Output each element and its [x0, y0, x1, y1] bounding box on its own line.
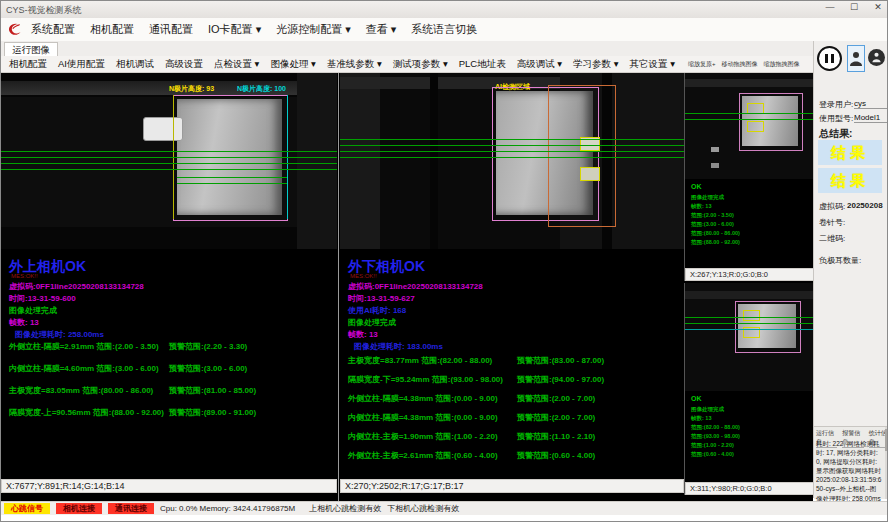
- heartbeat-upper-text: 上相机心跳检测有效: [309, 503, 381, 514]
- rv-info-line: 范围:(1.00 - 2.20): [691, 442, 734, 449]
- view-option-zoom-reset[interactable]: 缩放复原+: [688, 60, 716, 69]
- camera-info-outer-lower: 外下相机OK MES:OK!! 虚拟码:0FF1line202502081331…: [340, 249, 684, 479]
- measurement-warn-range: 预警范围:(2.00 - 7.00): [517, 393, 595, 404]
- login-user-value[interactable]: cys: [854, 99, 888, 109]
- comm-link-badge: 通讯连接: [108, 503, 154, 514]
- menu-item-comm-config[interactable]: 通讯配置: [149, 22, 193, 37]
- pixel-coordinate-bar-middle: X:270;Y:2502;R:17;G:17;B:17: [340, 479, 684, 493]
- view-option-pan-image[interactable]: 移动拖拽图像: [722, 60, 758, 69]
- login-user-button[interactable]: [847, 45, 865, 72]
- camera-image-outer-upper[interactable]: N极片高度: 93 N极片高度: 100: [1, 73, 337, 249]
- measurement-value: 外侧立柱-主极=2.61mm 范围:(0.60 - 4.00): [348, 450, 498, 461]
- guide-line: [685, 323, 814, 324]
- camera-image-inner-upper[interactable]: [685, 73, 814, 179]
- measurement-warn-range: 预警范围:(2.20 - 3.30): [169, 341, 247, 352]
- menu-item-view[interactable]: 查看 ▾: [366, 22, 397, 37]
- measurement-row: 隔膜宽度-上=90.56mm 范围:(88.00 - 92.00) 预警范围:(…: [1, 407, 337, 417]
- overlay-label-height-a: N极片高度: 93: [169, 84, 214, 94]
- menu-bar: 系统配置 相机配置 通讯配置 IO卡配置 ▾ 光源控制配置 ▾ 查看 ▾ 系统语…: [1, 18, 888, 42]
- process-done-text: 图像处理完成: [348, 317, 396, 328]
- measurement-value: 外侧立柱-隔膜=4.38mm 范围:(0.00 - 9.00): [348, 393, 498, 404]
- toolbar-baseline-params[interactable]: 基准线参数 ▾: [327, 58, 382, 71]
- measurement-value: 主极宽度=83.05mm 范围:(80.00 - 86.00): [9, 385, 153, 396]
- tab-highlight: [747, 121, 764, 132]
- tab-highlight: [743, 310, 760, 321]
- toolbar-spot-check[interactable]: 点检设置 ▾: [214, 58, 259, 71]
- rv-info-line: 范围:(2.00 - 3.50): [691, 212, 734, 219]
- model-value[interactable]: Model1: [854, 113, 888, 123]
- result-box-lower: 结果: [818, 168, 882, 193]
- camera-image-outer-lower[interactable]: AI检测区域: [340, 73, 684, 249]
- login-user-label: 登录用户:: [819, 99, 853, 110]
- rv-info-line: 范围:(80.00 - 86.00): [691, 230, 740, 237]
- toolbar-camera-debug[interactable]: 相机调试: [116, 58, 154, 71]
- menu-item-system-config[interactable]: 系统配置: [31, 22, 75, 37]
- maximize-button[interactable]: ☐: [847, 2, 861, 12]
- rv-result-ok: OK: [691, 395, 702, 402]
- measurement-warn-range: 预警范围:(94.00 - 97.00): [517, 374, 604, 385]
- menu-item-light-config[interactable]: 光源控制配置 ▾: [276, 22, 351, 37]
- menu-item-camera-config[interactable]: 相机配置: [90, 22, 134, 37]
- virtual-code-value: 20250208: [847, 201, 883, 210]
- measurement-warn-range: 预警范围:(3.00 - 6.00): [169, 363, 247, 374]
- barcode-text: 虚拟码:0FF1line20250208133134728: [348, 281, 483, 292]
- toolbar-ai-config[interactable]: AI使用配置: [58, 58, 105, 71]
- minimize-button[interactable]: —: [823, 2, 837, 12]
- toolbar-learn-params[interactable]: 学习参数 ▾: [573, 58, 618, 71]
- ai-elapsed-text: 使用AI耗时: 168: [348, 305, 406, 316]
- menu-item-language-switch[interactable]: 系统语言切换: [411, 22, 477, 37]
- toolbar-camera-config[interactable]: 相机配置: [9, 58, 47, 71]
- camera-panel-outer-upper: N极片高度: 93 N极片高度: 100 外上相机OK MES:OK!!: [1, 73, 337, 501]
- rv-info-line: 范围:(93.00 - 98.00): [691, 433, 740, 440]
- machine-slot: [430, 73, 438, 249]
- pixel-coordinate-bar-left: X:7677;Y:891;R:14;G:14;B:14: [1, 479, 337, 493]
- guide-line: [1, 151, 337, 152]
- camera-panel-inner-lower: OK 图像处理完成 帧数: 13 范围:(82.00 - 88.00) 范围:(…: [684, 283, 813, 495]
- menu-item-io-config[interactable]: IO卡配置 ▾: [208, 22, 261, 37]
- tab-run-image[interactable]: 运行图像: [4, 42, 58, 56]
- user-gear-icon: [872, 52, 881, 63]
- toolbar-image-process[interactable]: 图像处理 ▾: [270, 58, 315, 71]
- pause-icon: [825, 54, 828, 63]
- measurement-warn-range: 预警范围:(83.00 - 87.00): [517, 355, 604, 366]
- toolbar-advanced-debug[interactable]: 高级调试 ▾: [517, 58, 562, 71]
- close-button[interactable]: ✕: [871, 2, 885, 12]
- rv-info-line: 图像处理完成: [691, 194, 724, 201]
- measurement-row: 隔膜宽度-下=95.24mm 范围:(93.00 - 98.00) 预警范围:(…: [340, 374, 684, 384]
- gripper-tool: [143, 117, 183, 141]
- toolbar-advanced-settings[interactable]: 高级设置: [165, 58, 203, 71]
- cpu-memory-text: Cpu: 0.0% Memory: 3424.41796875M: [160, 504, 295, 513]
- status-bar: 心跳信号 相机连接 通讯连接 Cpu: 0.0% Memory: 3424.41…: [1, 501, 888, 515]
- toolbar-test-params[interactable]: 测试项参数 ▾: [393, 58, 448, 71]
- measurement-row: 外侧立柱-隔膜=2.91mm 范围:(2.00 - 3.50) 预警范围:(2.…: [1, 341, 337, 351]
- toolbar-plc-address[interactable]: PLC地址表: [459, 58, 506, 71]
- negative-tab-count-label: 负极耳数量:: [819, 255, 861, 266]
- camera-panel-inner-upper: OK 图像处理完成 帧数: 13 范围:(2.00 - 3.50) 范围:(3.…: [684, 73, 813, 281]
- guide-line: [340, 151, 684, 152]
- tab-strip: 运行图像: [1, 41, 888, 57]
- measurement-value: 内侧立柱-主极=1.90mm 范围:(1.00 - 2.20): [348, 431, 498, 442]
- measurement-value: 主极宽度=83.77mm 范围:(82.00 - 88.00): [348, 355, 492, 366]
- window-controls: — ☐ ✕: [823, 2, 885, 12]
- measurement-value: 内侧立柱-隔膜=4.38mm 范围:(0.00 - 9.00): [348, 412, 498, 423]
- measurement-warn-range: 预警范围:(2.00 - 7.00): [517, 412, 595, 423]
- guide-line: [1, 163, 337, 164]
- measurement-row: 主极宽度=83.77mm 范围:(82.00 - 88.00) 预警范围:(83…: [340, 355, 684, 365]
- guide-line: [340, 139, 684, 140]
- guide-line: [685, 113, 814, 114]
- operator-button[interactable]: [868, 49, 885, 66]
- measurement-row: 外侧立柱-隔膜=4.38mm 范围:(0.00 - 9.00) 预警范围:(2.…: [340, 393, 684, 403]
- measurement-warn-range: 预警范围:(89.00 - 91.00): [169, 407, 256, 418]
- pause-button[interactable]: [817, 46, 842, 71]
- camera-image-inner-lower[interactable]: [685, 283, 814, 391]
- toolbar-other-settings[interactable]: 其它设置 ▾: [630, 58, 675, 71]
- pixel-coordinate-bar-inner-upper: X:267;Y:13;R:0;G:0;B:0: [685, 268, 814, 281]
- guide-line: [685, 317, 814, 318]
- rv-info-line: 范围:(88.00 - 92.00): [691, 239, 740, 246]
- window-title: CYS-视觉检测系统: [6, 4, 82, 17]
- camera-link-badge: 相机连接: [56, 503, 102, 514]
- mes-feedback-text: MES:OK!!: [350, 273, 377, 279]
- guide-line: [340, 145, 684, 146]
- view-option-zoom-image[interactable]: 缩放拖拽图像: [764, 60, 800, 69]
- rv-result-ok: OK: [691, 183, 702, 190]
